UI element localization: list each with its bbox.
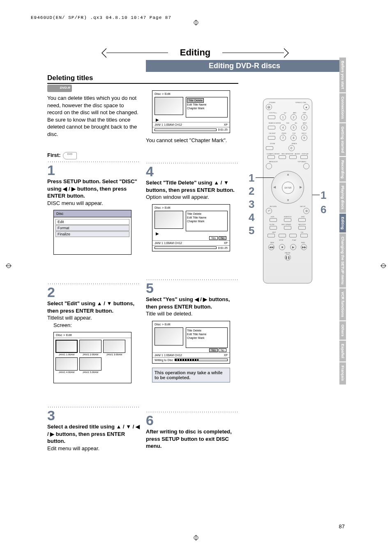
page-number: 87: [339, 523, 345, 530]
osd-screen-3: Disc > Edit Title Delete Edit Title Name…: [152, 321, 230, 364]
side-tabs: Before you startConnectionsGetting start…: [339, 58, 347, 385]
thumb-label: JAN/1 1:00AM: [55, 353, 78, 356]
step-2-number: 2: [47, 285, 140, 299]
pointer-left-4: 4: [249, 211, 254, 224]
step-2: 2 Select "Edit" using ▲ / ▼ buttons, the…: [47, 283, 140, 383]
first-label: First:: [47, 152, 61, 158]
subtitle-bar: Editing DVD-R discs: [146, 60, 343, 72]
main-title: Editing: [170, 47, 221, 58]
step-1-instruction: Press SETUP button. Select "DISC" using …: [47, 178, 137, 199]
step-6: 6 After writing to disc is completed, pr…: [146, 412, 238, 450]
osd-menu: Title Delete Edit Title Name Chapter Mar…: [186, 97, 228, 117]
side-tab: Getting started: [339, 123, 346, 156]
pointer-left-1: 1: [249, 172, 254, 184]
step-3-result: Edit menu will appear.: [47, 445, 99, 451]
pointer-line: [312, 195, 320, 195]
step-1-result: DISC menu will appear.: [47, 200, 103, 206]
side-tab: Français: [339, 362, 346, 384]
side-tab: Editing: [339, 214, 346, 233]
pointer-line: [256, 177, 274, 178]
osd-header: Disc > Edit: [152, 91, 230, 97]
thumb-label: JAN/1 5:00AM: [79, 371, 101, 373]
step-4: 4 Select "Title Delete" using ▲ / ▼ butt…: [146, 163, 238, 251]
step-4-number: 4: [146, 164, 238, 178]
step-5-instruction: Select "Yes" using ◀ / ▶ buttons, then p…: [146, 296, 230, 310]
main-title-wrap: Editing: [47, 47, 343, 58]
pointer-right-6: 6: [321, 203, 326, 216]
crop-mark-bottom: [193, 535, 199, 541]
titlelist-screen: Disc > Edit JAN/1 1:00AM JAN/1 2:00AM JA…: [53, 332, 131, 383]
side-tab: Español: [339, 341, 346, 362]
pointer-left-2: 2: [249, 185, 254, 198]
step-1: 1 Press SETUP button. Select "DISC" usin…: [47, 161, 140, 255]
step-4-instruction: Select "Title Delete" using ▲ / ▼ button…: [146, 180, 235, 193]
osd-screen-1: Disc > Edit Title Delete Edit Title Name…: [146, 90, 238, 143]
osd-thumbnail: [154, 97, 183, 115]
dvd-badge-icon: DVD: [63, 152, 77, 159]
crop-mark-top: [193, 20, 199, 25]
remote-control-diagram: POWEROPEN/CLOSE ⏻▲ VCR Plus+·@/:ABCDEF 1…: [263, 99, 312, 283]
intro-text: You can delete titles which you do not n…: [47, 94, 140, 138]
osd1-note: You cannot select "Chapter Mark".: [146, 137, 238, 143]
disc-menu-header: Disc: [54, 210, 131, 217]
thumb-label: JAN/1 2:00AM: [79, 353, 101, 356]
disc-menu-item: Edit: [55, 219, 129, 225]
step-5-number: 5: [146, 281, 238, 295]
step-2-screen-label: Screen:: [47, 322, 72, 328]
disc-menu-screen: Disc Edit Format Finalize: [53, 210, 131, 255]
step-3-instruction: Select a desired title using ▲ / ▼ / ◀ /…: [47, 424, 140, 444]
side-tab: Changing the SETUP menu: [339, 233, 346, 288]
step-2-instruction: Select "Edit" using ▲ / ▼ buttons, then …: [47, 300, 134, 314]
side-tab: Playing discs: [339, 182, 346, 213]
step-4-result: Option window will appear.: [146, 194, 209, 200]
disc-menu-item: Finalize: [55, 231, 129, 237]
note-box: This operation may take a while to be co…: [152, 368, 230, 382]
step-3: 3 Select a desired title using ▲ / ▼ / ◀…: [47, 407, 140, 452]
step-6-number: 6: [146, 413, 238, 427]
side-tab: Before you start: [339, 58, 346, 92]
play-icon: ▶: [152, 117, 230, 122]
print-header: E9460UD(EN/ SP/FR) .qx3 04.8.10 10:47 Pa…: [31, 15, 171, 20]
side-tab: Connections: [339, 93, 346, 122]
thumb-label: JAN/1 3:00AM: [103, 353, 125, 356]
step-3-number: 3: [47, 408, 140, 422]
side-tab: Recording: [339, 157, 346, 182]
pointer-left-5: 5: [249, 224, 254, 237]
osd-screen-2: Disc > Edit Title Delete Edit Title Name…: [152, 204, 230, 251]
step-5: 5 Select "Yes" using ◀ / ▶ buttons, then…: [146, 279, 238, 382]
pointer-right-1: 1: [321, 189, 326, 202]
thumb-label: JAN/1 4:00AM: [55, 371, 78, 373]
step-1-number: 1: [47, 163, 140, 177]
side-tab: Others: [339, 321, 346, 340]
first-line: First: DVD: [47, 152, 140, 159]
crop-mark-right: [380, 263, 386, 269]
section-title: Deleting titles: [47, 74, 238, 84]
step-6-instruction: After writing to disc is completed, pres…: [146, 428, 232, 449]
step-5-result: Title will be deleted.: [146, 311, 193, 317]
crop-mark-left: [6, 263, 12, 269]
titlelist-header: Disc > Edit: [54, 332, 131, 338]
pointer-left-3: 3: [249, 198, 254, 211]
step-2-result: Titlelist will appear.: [47, 315, 92, 321]
disc-menu-item: Format: [55, 225, 129, 231]
side-tab: VCR functions: [339, 288, 346, 320]
dvd-r-badge: DVD-R: [47, 85, 72, 92]
